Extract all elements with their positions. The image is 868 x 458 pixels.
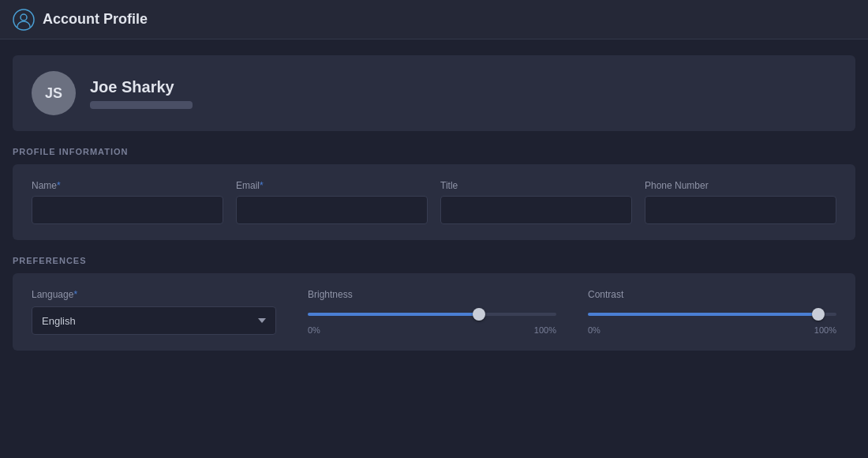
preferences-card: Language* English Spanish French German …	[13, 273, 855, 351]
avatar: JS	[32, 71, 76, 115]
language-label: Language*	[32, 289, 276, 300]
profile-info: Joe Sharky	[90, 78, 193, 109]
language-field: Language* English Spanish French German …	[32, 289, 276, 335]
svg-point-0	[13, 9, 34, 30]
brightness-labels: 0% 100%	[308, 325, 556, 335]
profile-information-label: PROFILE INFORMATION	[13, 147, 855, 156]
contrast-labels: 0% 100%	[588, 325, 836, 335]
profile-form-row: Name* Email* Title Phone Number	[32, 180, 836, 224]
brightness-min-label: 0%	[308, 325, 320, 335]
language-select[interactable]: English Spanish French German Japanese	[32, 306, 276, 335]
page-title: Account Profile	[43, 11, 148, 28]
brightness-track	[308, 306, 556, 322]
contrast-track	[588, 306, 836, 322]
contrast-label: Contrast	[588, 289, 836, 300]
phone-input[interactable]	[645, 196, 836, 224]
main-content: JS Joe Sharky PROFILE INFORMATION Name* …	[0, 39, 868, 366]
phone-label: Phone Number	[645, 180, 836, 191]
contrast-min-label: 0%	[588, 325, 600, 335]
profile-card: JS Joe Sharky	[13, 55, 855, 131]
brightness-field: Brightness 0% 100%	[308, 289, 556, 335]
contrast-field: Contrast 0% 100%	[588, 289, 836, 335]
title-label: Title	[440, 180, 632, 191]
svg-point-1	[21, 14, 27, 21]
preferences-label: PREFERENCES	[13, 256, 855, 265]
profile-name: Joe Sharky	[90, 78, 193, 96]
brightness-label: Brightness	[308, 289, 556, 300]
profile-information-card: Name* Email* Title Phone Number	[13, 164, 855, 240]
brightness-slider[interactable]	[308, 313, 556, 316]
header: Account Profile	[0, 0, 868, 39]
name-label: Name*	[32, 180, 223, 191]
name-input[interactable]	[32, 196, 223, 224]
title-field: Title	[440, 180, 632, 224]
profile-email-masked	[90, 101, 193, 109]
brightness-max-label: 100%	[534, 325, 556, 335]
name-field: Name*	[32, 180, 223, 224]
email-label: Email*	[236, 180, 428, 191]
preferences-row: Language* English Spanish French German …	[32, 289, 836, 335]
title-input[interactable]	[440, 196, 632, 224]
email-field: Email*	[236, 180, 428, 224]
brightness-slider-container: 0% 100%	[308, 306, 556, 335]
email-input[interactable]	[236, 196, 428, 224]
phone-field: Phone Number	[645, 180, 836, 224]
contrast-slider[interactable]	[588, 313, 836, 316]
user-icon	[13, 9, 35, 31]
contrast-max-label: 100%	[814, 325, 836, 335]
contrast-slider-container: 0% 100%	[588, 306, 836, 335]
